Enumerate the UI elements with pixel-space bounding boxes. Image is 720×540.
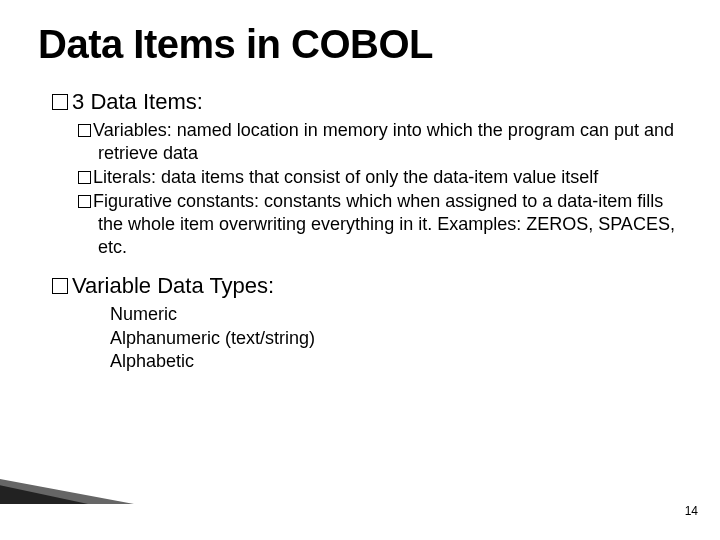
- slide-title: Data Items in COBOL: [38, 22, 690, 67]
- list-item: Literals: data items that consist of onl…: [78, 166, 690, 189]
- list-item-text: Figurative constants: constants which wh…: [93, 191, 675, 257]
- bullet-square-icon: [52, 94, 68, 110]
- list-item: Alphanumeric (text/string): [110, 327, 690, 350]
- bullet-square-icon: [78, 195, 91, 208]
- section-lead-number: 3: [72, 89, 84, 114]
- data-items-list: Variables: named location in memory into…: [78, 119, 690, 259]
- list-item: Variables: named location in memory into…: [78, 119, 690, 165]
- triangle-icon: [0, 484, 88, 504]
- variable-types-list: Numeric Alphanumeric (text/string) Alpha…: [110, 303, 690, 373]
- page-number: 14: [685, 504, 698, 518]
- section-heading-data-items: 3 Data Items:: [52, 89, 690, 115]
- list-item: Numeric: [110, 303, 690, 326]
- section-lead-text: Variable Data Types:: [72, 273, 274, 298]
- list-item: Alphabetic: [110, 350, 690, 373]
- list-item: Figurative constants: constants which wh…: [78, 190, 690, 259]
- bullet-square-icon: [78, 171, 91, 184]
- bullet-square-icon: [78, 124, 91, 137]
- section-lead-text: Data Items:: [90, 89, 202, 114]
- slide: Data Items in COBOL 3 Data Items: Variab…: [0, 0, 720, 540]
- section-heading-variable-types: Variable Data Types:: [52, 273, 690, 299]
- list-item-text: Literals: data items that consist of onl…: [93, 167, 598, 187]
- list-item-text: Variables: named location in memory into…: [93, 120, 674, 163]
- bullet-square-icon: [52, 278, 68, 294]
